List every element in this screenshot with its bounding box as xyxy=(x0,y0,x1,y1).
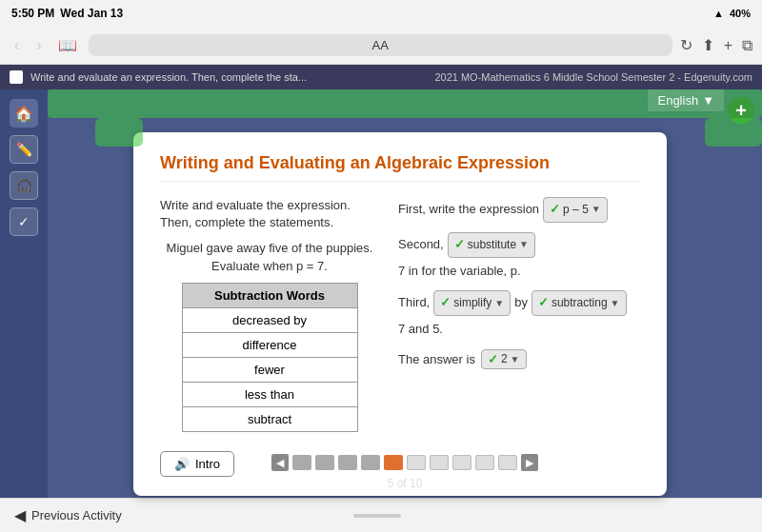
check-tool[interactable]: ✓ xyxy=(10,207,38,236)
wifi-icon: ▲ xyxy=(713,8,724,19)
check-icon: ✓ xyxy=(440,293,451,313)
tab-url: 2021 MO-Mathematics 6 Middle School Seme… xyxy=(434,71,752,83)
tab-title: Write and evaluate an expression. Then, … xyxy=(30,71,307,83)
step-third: Third, ✓ simplify ▼ by ✓ subtracting ▼ 7 xyxy=(398,290,640,340)
table-row: fewer xyxy=(182,358,357,383)
table-cell: fewer xyxy=(182,358,357,383)
page-dot-5[interactable] xyxy=(384,455,403,470)
table-header: Subtraction Words xyxy=(182,284,357,308)
footer: ◀ Previous Activity xyxy=(0,498,762,532)
add-tab-button[interactable]: + xyxy=(724,37,732,54)
language-selector[interactable]: English ▼ xyxy=(648,89,724,111)
prev-page-button[interactable]: ◀ xyxy=(271,454,289,471)
chevron-down-icon: ▼ xyxy=(494,296,504,311)
tab-bar: Write and evaluate an expression. Then, … xyxy=(0,65,762,89)
third-middle: by xyxy=(514,293,528,313)
table-row: less than xyxy=(182,383,357,407)
step-first: First, write the expression ✓ p – 5 ▼ xyxy=(398,197,640,223)
check-icon: ✓ xyxy=(454,235,465,255)
answer-dropdown[interactable]: ✓ 2 ▼ xyxy=(481,349,527,369)
card-title: Writing and Evaluating an Algebraic Expr… xyxy=(160,153,640,182)
subtraction-words-table: Subtraction Words decreased by differenc… xyxy=(182,283,358,432)
table-cell: subtract xyxy=(182,407,357,432)
expression-dropdown[interactable]: ✓ p – 5 ▼ xyxy=(543,197,608,223)
tab-favicon xyxy=(10,70,23,84)
first-label: First, write the expression xyxy=(398,200,539,220)
page-dot-4[interactable] xyxy=(361,455,380,470)
substitute-dropdown[interactable]: ✓ substitute ▼ xyxy=(448,232,535,258)
chevron-down-icon: ▼ xyxy=(611,296,620,311)
content-panel: English ▼ + Writing and Evaluating an Al… xyxy=(48,89,762,498)
page-dot-9[interactable] xyxy=(475,455,494,470)
chevron-down-icon: ▼ xyxy=(519,237,529,252)
refresh-button[interactable]: ↻ xyxy=(680,36,692,54)
page-dot-3[interactable] xyxy=(338,455,357,470)
sidebar: 🏠 ✏️ 🎧 ✓ xyxy=(0,89,48,498)
page-dot-10[interactable] xyxy=(498,455,517,470)
second-rest: 7 in for the variable, p. xyxy=(398,262,521,282)
check-icon: ✓ xyxy=(550,200,560,220)
lesson-card: Writing and Evaluating an Algebraic Expr… xyxy=(133,132,667,496)
table-row: difference xyxy=(182,333,357,358)
step-second: Second, ✓ substitute ▼ 7 in for the vari… xyxy=(398,232,640,282)
pencil-tool[interactable]: ✏️ xyxy=(10,135,38,164)
chevron-down-icon: ▼ xyxy=(592,202,601,217)
simplify-dropdown[interactable]: ✓ simplify ▼ xyxy=(433,290,511,316)
third-rest: 7 and 5. xyxy=(398,320,443,340)
date-display: Wed Jan 13 xyxy=(60,7,123,20)
eval-text: Evaluate when p = 7. xyxy=(160,259,379,273)
third-label: Third, xyxy=(398,293,430,313)
back-button[interactable]: ‹ xyxy=(10,35,24,56)
page-dot-7[interactable] xyxy=(430,455,449,470)
answer-line: The answer is ✓ 2 ▼ xyxy=(398,349,640,369)
second-label: Second, xyxy=(398,235,444,255)
pagination: ◀ ▶ xyxy=(271,454,538,471)
green-annotation-right xyxy=(705,118,762,147)
right-column: First, write the expression ✓ p – 5 ▼ Se… xyxy=(398,197,640,432)
pagination-area: ◀ ▶ 5 of 10 xyxy=(48,446,762,490)
page-dot-8[interactable] xyxy=(452,455,471,470)
home-button[interactable]: 🏠 xyxy=(10,99,38,128)
substitute-value: substitute xyxy=(468,236,516,254)
scrollbar xyxy=(353,514,401,518)
expression-value: p – 5 xyxy=(563,201,589,219)
browser-toolbar: ‹ › 📖 AA ↻ ⬆ + ⧉ xyxy=(0,27,762,65)
main-area: 🏠 ✏️ 🎧 ✓ English ▼ + Writing and Evaluat… xyxy=(0,89,762,498)
table-cell: less than xyxy=(182,383,357,407)
chevron-down-icon: ▼ xyxy=(702,93,714,108)
page-dot-2[interactable] xyxy=(315,455,334,470)
table-cell: decreased by xyxy=(182,308,357,333)
table-cell: difference xyxy=(182,333,357,358)
table-row: subtract xyxy=(182,407,357,432)
page-label: 5 of 10 xyxy=(388,477,423,490)
left-column: Write and evaluate the expression. Then,… xyxy=(160,197,379,432)
address-bar[interactable]: AA xyxy=(89,34,672,56)
prev-label: Previous Activity xyxy=(31,508,122,522)
battery-display: 40% xyxy=(730,8,751,19)
forward-button[interactable]: › xyxy=(31,35,46,56)
instruction-text: Write and evaluate the expression. Then,… xyxy=(160,197,379,231)
tabs-button[interactable]: ⧉ xyxy=(742,37,752,54)
previous-activity-button[interactable]: ◀ Previous Activity xyxy=(14,506,122,524)
problem-text: Miguel gave away five of the puppies. xyxy=(160,241,379,255)
next-page-button[interactable]: ▶ xyxy=(521,454,538,471)
check-icon: ✓ xyxy=(488,352,498,366)
toolbar-icons: ↻ ⬆ + ⧉ xyxy=(680,36,752,54)
answer-value: 2 xyxy=(501,352,508,365)
subtracting-value: subtracting xyxy=(551,294,608,312)
chevron-down-icon: ▼ xyxy=(511,354,520,365)
answer-label: The answer is xyxy=(398,352,475,366)
page-dot-1[interactable] xyxy=(292,455,311,470)
headphones-tool[interactable]: 🎧 xyxy=(10,171,38,200)
prev-icon: ◀ xyxy=(14,506,26,524)
time-display: 5:50 PM xyxy=(11,7,54,20)
simplify-value: simplify xyxy=(453,294,491,312)
table-row: decreased by xyxy=(182,308,357,333)
share-button[interactable]: ⬆ xyxy=(702,36,714,54)
reader-icon: 📖 xyxy=(58,36,77,54)
plus-button[interactable]: + xyxy=(728,97,754,124)
language-label: English xyxy=(657,93,698,108)
check-icon: ✓ xyxy=(538,293,549,313)
page-dot-6[interactable] xyxy=(407,455,426,470)
subtracting-dropdown[interactable]: ✓ subtracting ▼ xyxy=(531,290,627,316)
